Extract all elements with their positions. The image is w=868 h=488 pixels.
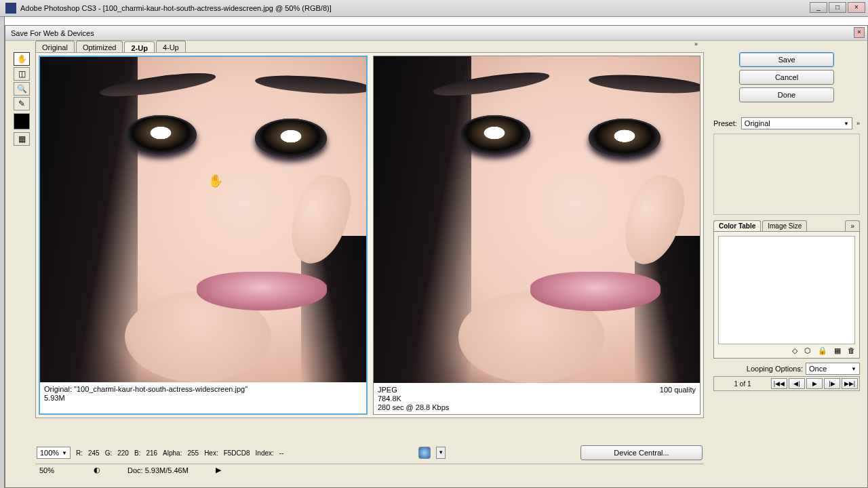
g-value: 220 [117, 449, 129, 457]
zoom-tool-icon[interactable]: 🔍 [14, 82, 30, 96]
original-pane[interactable]: ✋ Original: "100_charmi-kaur-hot-south-a… [39, 56, 368, 415]
chevron-down-icon: ▼ [851, 366, 856, 372]
zoom-select[interactable]: 100% ▼ [37, 447, 71, 459]
preview-browser-menu[interactable]: ▼ [436, 447, 446, 459]
looping-label: Looping Options: [747, 365, 803, 373]
preset-menu-icon[interactable]: » [856, 120, 860, 127]
color-table-toolbar: ◇ ⬡ 🔒 ▦ 🗑 [714, 346, 859, 355]
optimized-image[interactable] [374, 56, 700, 383]
minimize-button[interactable]: _ [810, 2, 827, 13]
play-button[interactable]: ▶ [806, 378, 823, 389]
preset-label: Preset: [713, 119, 737, 127]
original-info-line1: Original: "100_charmi-kaur-hot-south-act… [44, 385, 362, 394]
optimized-info: JPEG 784.8K 280 sec @ 28.8 Kbps 100 qual… [374, 383, 700, 414]
doc-zoom[interactable]: 50% [39, 466, 66, 474]
view-tabs-menu-icon[interactable]: » [694, 41, 698, 47]
dialog-close-button[interactable]: × [854, 27, 865, 38]
eyedropper-tool-icon[interactable]: ✎ [14, 97, 30, 110]
b-value: 216 [146, 449, 157, 457]
ct-icon[interactable]: ▦ [834, 346, 841, 355]
index-label: Index: [256, 449, 274, 457]
prev-frame-button[interactable]: ◀| [789, 378, 805, 389]
device-central-button[interactable]: Device Central... [580, 445, 703, 460]
app-title-bar: Adobe Photoshop CS3 - [100_charmi-kaur-h… [0, 0, 868, 17]
close-button[interactable]: × [848, 2, 865, 13]
tab-image-size[interactable]: Image Size [762, 220, 807, 231]
chevron-down-icon: ▼ [844, 121, 849, 127]
hex-value: F5DCD8 [224, 449, 250, 457]
doc-size: Doc: 5.93M/5.46M [127, 466, 189, 474]
index-value: -- [279, 449, 284, 457]
dialog-title: Save For Web & Devices [11, 29, 94, 37]
toggle-slices-icon[interactable]: ▦ [14, 132, 30, 146]
looping-value: Once [809, 365, 827, 373]
preset-select[interactable]: Original ▼ [741, 117, 852, 129]
slice-tool-icon[interactable]: ◫ [14, 67, 30, 81]
preset-value: Original [745, 119, 770, 127]
dialog-title-bar: Save For Web & Devices [5, 26, 867, 41]
optimized-format: JPEG [378, 386, 696, 394]
done-button[interactable]: Done [739, 87, 834, 102]
first-frame-button[interactable]: |◀◀ [771, 378, 787, 389]
doc-menu-arrow-icon[interactable]: ▶ [216, 466, 221, 474]
doc-info-icon[interactable]: ◐ [94, 466, 100, 474]
last-frame-button[interactable]: ▶▶| [842, 378, 858, 389]
optimized-download: 280 sec @ 28.8 Kbps [378, 403, 696, 412]
ct-trash-icon[interactable]: 🗑 [848, 346, 855, 355]
hand-cursor-icon: ✋ [208, 174, 223, 188]
ps-background-strip [0, 17, 5, 488]
r-label: R: [76, 449, 83, 457]
eyedropper-color-swatch[interactable] [14, 113, 30, 129]
ct-lock-icon[interactable]: 🔒 [818, 346, 827, 355]
original-image[interactable]: ✋ [40, 57, 366, 382]
original-info: Original: "100_charmi-kaur-hot-south-act… [40, 382, 366, 413]
maximize-button[interactable]: □ [829, 2, 846, 13]
document-status-bar: 50% ◐ Doc: 5.93M/5.46M ▶ [35, 464, 704, 476]
alpha-value: 255 [187, 449, 199, 457]
app-icon [5, 3, 16, 14]
optimized-size: 784.8K [378, 394, 696, 403]
tab-color-table[interactable]: Color Table [713, 220, 761, 231]
optimized-quality: 100 quality [660, 386, 696, 394]
right-panel: Save Cancel Done Preset: Original ▼ » Co… [711, 52, 863, 392]
frame-counter: 1 of 1 [715, 380, 770, 388]
color-table-view[interactable] [718, 236, 855, 344]
cancel-button[interactable]: Cancel [739, 70, 834, 85]
frame-nav: 1 of 1 |◀◀ ◀| ▶ |▶ ▶▶| [713, 376, 860, 391]
next-frame-button[interactable]: |▶ [824, 378, 840, 389]
color-table-menu-icon[interactable]: » [845, 220, 860, 231]
looping-select[interactable]: Once ▼ [806, 363, 860, 375]
color-table-panel: ◇ ⬡ 🔒 ▦ 🗑 [713, 231, 860, 359]
original-info-line2: 5.93M [44, 394, 362, 403]
ct-icon[interactable]: ⬡ [804, 346, 811, 355]
hand-tool-icon[interactable]: ✋ [14, 52, 30, 66]
preview-panes: ✋ Original: "100_charmi-kaur-hot-south-a… [35, 52, 704, 418]
optimized-pane[interactable]: JPEG 784.8K 280 sec @ 28.8 Kbps 100 qual… [373, 56, 701, 415]
hex-label: Hex: [204, 449, 218, 457]
status-bar: 100% ▼ R: 245 G: 220 B: 216 Alpha: 255 H… [35, 445, 704, 460]
preview-browser-icon[interactable] [418, 447, 431, 459]
optimize-settings-area [713, 134, 860, 215]
chevron-down-icon: ▼ [62, 450, 67, 456]
b-label: B: [134, 449, 140, 457]
alpha-label: Alpha: [163, 449, 182, 457]
toolbar: ✋ ◫ 🔍 ✎ ▦ [14, 52, 31, 147]
app-title: Adobe Photoshop CS3 - [100_charmi-kaur-h… [20, 4, 332, 12]
ct-icon[interactable]: ◇ [792, 346, 797, 355]
save-button[interactable]: Save [739, 52, 834, 67]
g-label: G: [105, 449, 113, 457]
r-value: 245 [88, 449, 100, 457]
